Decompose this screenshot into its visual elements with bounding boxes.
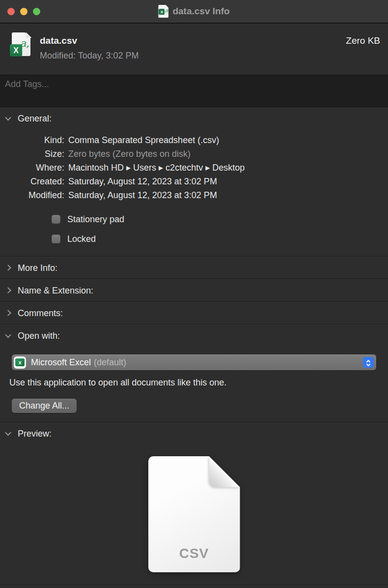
file-name: data.csv — [40, 35, 77, 46]
locked-row: Locked — [52, 233, 388, 245]
section-general-label: General: — [18, 114, 52, 124]
info-row-modified: Modified: Saturday, August 12, 2023 at 3… — [0, 188, 388, 202]
section-preview-label: Preview: — [18, 429, 52, 439]
open-with-body: x Microsoft Excel (default) Use this app… — [0, 347, 388, 422]
open-with-note: Use this application to open all documen… — [9, 378, 376, 388]
chevron-right-icon — [5, 310, 11, 316]
excel-x-icon: x — [159, 9, 165, 15]
section-name-extension[interactable]: Name & Extension: — [0, 279, 388, 301]
select-stepper-icon — [363, 357, 374, 368]
section-comments[interactable]: Comments: — [0, 302, 388, 324]
chevron-down-icon — [5, 115, 11, 121]
page-fold-icon — [209, 456, 240, 487]
info-row-kind: Kind: Comma Separated Spreadsheet (.csv) — [0, 133, 388, 147]
selected-app-name: Microsoft Excel — [31, 357, 91, 368]
section-preview[interactable]: Preview: — [0, 422, 388, 444]
csv-preview-icon: CSV — [148, 456, 240, 572]
window-title-area: x a data.csv Info — [158, 5, 229, 18]
change-all-button[interactable]: Change All... — [12, 399, 77, 413]
info-row-size: Size: Zero bytes (Zero bytes on disk) — [0, 147, 388, 161]
chevron-down-icon — [366, 362, 370, 366]
locked-checkbox[interactable] — [52, 235, 60, 243]
window-controls — [7, 0, 40, 23]
open-with-select[interactable]: x Microsoft Excel (default) — [12, 354, 376, 370]
window-title: data.csv Info — [172, 6, 229, 17]
file-modified-summary: Modified: Today, 3:02 PM — [40, 51, 381, 61]
stationery-pad-row: Stationery pad — [52, 213, 388, 226]
info-value: Saturday, August 12, 2023 at 3:02 PM — [68, 175, 217, 188]
general-info-table: Kind: Comma Separated Spreadsheet (.csv)… — [0, 129, 388, 245]
csv-file-icon: x a — [158, 5, 168, 18]
section-more-info-label: More Info: — [18, 263, 57, 273]
chevron-down-icon — [5, 430, 11, 436]
locked-label: Locked — [67, 234, 96, 244]
info-label: Where: — [0, 161, 64, 175]
info-value: Zero bytes (Zero bytes on disk) — [68, 147, 191, 161]
section-general[interactable]: General: — [0, 107, 388, 129]
info-label: Size: — [0, 147, 64, 161]
minimize-button[interactable] — [20, 8, 28, 15]
stationery-pad-checkbox[interactable] — [52, 215, 60, 224]
file-type-label: CSV — [148, 546, 240, 561]
file-header: a, X data.csv Zero KB Modified: Today, 3… — [0, 24, 388, 75]
info-row-created: Created: Saturday, August 12, 2023 at 3:… — [0, 175, 388, 188]
excel-x-icon: X — [10, 44, 22, 57]
excel-x-icon: x — [15, 358, 25, 366]
file-header-text: data.csv Zero KB Modified: Today, 3:02 P… — [40, 32, 381, 61]
section-sharing-permissions[interactable]: Sharing & Permissions: — [0, 586, 388, 588]
section-open-with[interactable]: Open with: — [0, 324, 388, 347]
info-label: Modified: — [0, 188, 64, 202]
info-value: Saturday, August 12, 2023 at 3:02 PM — [68, 188, 217, 202]
chevron-right-icon — [5, 265, 11, 271]
zoom-button[interactable] — [33, 8, 40, 15]
section-name-extension-label: Name & Extension: — [18, 286, 93, 296]
titlebar: x a data.csv Info — [0, 0, 388, 24]
section-open-with-label: Open with: — [18, 331, 60, 341]
chevron-right-icon — [5, 287, 11, 294]
section-more-info[interactable]: More Info: — [0, 257, 388, 279]
info-row-where: Where: Macintosh HD ▸ Users ▸ c2ctechtv … — [0, 161, 388, 175]
preview-document-shadow: CSV — [148, 456, 240, 572]
excel-app-icon: x — [14, 356, 26, 369]
info-label: Created: — [0, 175, 64, 188]
csv-a-icon: a — [165, 7, 168, 13]
info-label: Kind: — [0, 133, 64, 147]
preview-body: CSV — [0, 444, 388, 585]
info-value: Macintosh HD ▸ Users ▸ c2ctechtv ▸ Deskt… — [68, 161, 245, 175]
selected-app-qualifier: (default) — [94, 357, 126, 368]
chevron-down-icon — [5, 332, 11, 338]
close-button[interactable] — [7, 8, 15, 15]
info-value: Comma Separated Spreadsheet (.csv) — [68, 133, 219, 147]
csv-file-icon-large: a, X — [10, 32, 31, 59]
add-tags-input[interactable] — [0, 75, 388, 107]
section-comments-label: Comments: — [18, 308, 63, 319]
stationery-pad-label: Stationery pad — [67, 214, 124, 225]
file-size: Zero KB — [346, 35, 381, 46]
